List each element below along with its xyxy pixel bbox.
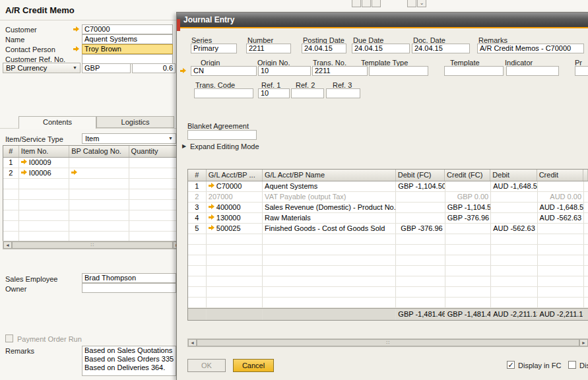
link-arrow-icon[interactable] bbox=[73, 46, 80, 52]
scroll-thumb[interactable]: ∷ bbox=[197, 339, 579, 346]
name-field[interactable]: Aquent Systems bbox=[82, 34, 173, 44]
blanket-agreement-field[interactable] bbox=[187, 130, 257, 140]
project-field[interactable] bbox=[575, 66, 588, 76]
col-num[interactable]: # bbox=[188, 170, 207, 181]
account-cell[interactable]: 130000 bbox=[207, 213, 263, 223]
col-account[interactable]: G/L Acct/BP ... bbox=[207, 170, 263, 181]
credit-fc-cell[interactable] bbox=[445, 224, 491, 234]
credit-fc-cell[interactable] bbox=[445, 181, 491, 191]
link-arrow-icon[interactable] bbox=[209, 204, 215, 210]
scroll-thumb[interactable]: ∷ bbox=[12, 241, 173, 249]
tab-contents[interactable]: Contents bbox=[18, 116, 96, 129]
account-name-cell[interactable]: Raw Materials bbox=[263, 213, 396, 223]
debit-cell[interactable]: AUD -562.63 bbox=[491, 224, 537, 234]
owner-field[interactable] bbox=[82, 283, 176, 293]
sales-employee-field[interactable]: Brad Thompson bbox=[82, 273, 176, 283]
debit-fc-cell[interactable] bbox=[396, 213, 445, 223]
link-arrow-icon[interactable] bbox=[209, 214, 215, 220]
template-type-field[interactable] bbox=[369, 66, 428, 76]
item-no-cell[interactable]: I00006 bbox=[19, 168, 69, 178]
window-control-button[interactable] bbox=[352, 0, 361, 7]
expand-triangle-icon[interactable]: ▶ bbox=[182, 143, 186, 149]
origin-field[interactable]: CN bbox=[191, 66, 257, 76]
debit-fc-cell[interactable]: GBP -1,104.50 bbox=[396, 181, 445, 191]
journal-h-scrollbar[interactable]: ◄ ∷ ► bbox=[187, 338, 588, 347]
number-field[interactable]: 2211 bbox=[246, 44, 291, 53]
due-date-field[interactable]: 24.04.15 bbox=[352, 44, 410, 53]
dialog-title-bar[interactable]: Journal Entry bbox=[177, 13, 588, 27]
quantity-cell[interactable] bbox=[129, 168, 181, 178]
credit-cell[interactable]: AUD 0.00 bbox=[538, 192, 584, 202]
credit-cell[interactable] bbox=[538, 181, 584, 191]
template-field[interactable] bbox=[444, 66, 504, 76]
col-credit[interactable]: Credit bbox=[537, 170, 583, 181]
item-no-cell[interactable]: I00009 bbox=[19, 158, 69, 168]
debit-cell[interactable]: AUD -1,648.50 bbox=[491, 181, 537, 191]
grid-row[interactable]: 2 I00006 bbox=[3, 168, 181, 179]
account-cell[interactable]: C70000 bbox=[207, 181, 263, 191]
col-debit[interactable]: Debit bbox=[490, 170, 537, 181]
bp-currency-select[interactable]: BP Currency ▼ bbox=[3, 63, 81, 73]
col-credit-fc[interactable]: Credit (FC) bbox=[445, 170, 490, 181]
credit-fc-cell[interactable]: GBP -1,104.50 bbox=[445, 203, 491, 212]
scroll-left-button[interactable]: ◄ bbox=[188, 339, 197, 346]
credit-cell[interactable]: AUD -1,648.50 bbox=[538, 203, 584, 212]
window-control-dropdown[interactable]: ⌄ bbox=[417, 0, 426, 7]
je-remarks-field[interactable]: A/R Credit Memos - C70000 bbox=[477, 44, 584, 53]
window-control-button[interactable] bbox=[407, 0, 416, 7]
expand-editing-mode[interactable]: Expand Editing Mode bbox=[190, 142, 259, 150]
link-arrow-icon[interactable] bbox=[71, 170, 78, 175]
col-account-name[interactable]: G/L Acct/BP Name bbox=[263, 170, 396, 181]
credit-cell[interactable]: AUD -562.63 bbox=[538, 213, 584, 223]
doc-date-field[interactable]: 24.04.15 bbox=[412, 44, 470, 53]
window-control-button[interactable] bbox=[372, 0, 381, 7]
item-service-type-select[interactable]: Item ▼ bbox=[82, 133, 176, 144]
bp-catalog-cell[interactable] bbox=[69, 168, 129, 178]
series-field[interactable]: Primary bbox=[191, 44, 237, 53]
debit-fc-cell[interactable]: GBP -376.96 bbox=[396, 224, 445, 234]
bp-catalog-cell[interactable] bbox=[69, 158, 129, 168]
account-name-cell[interactable]: Aquent Systems bbox=[263, 181, 396, 191]
scroll-left-button[interactable]: ◄ bbox=[3, 241, 12, 249]
trans-no-field[interactable]: 2211 bbox=[312, 66, 368, 76]
credit-fc-cell[interactable]: GBP 0.00 bbox=[445, 192, 491, 202]
debit-fc-cell[interactable] bbox=[396, 192, 445, 202]
col-num[interactable]: # bbox=[3, 146, 19, 157]
col-item-no[interactable]: Item No. bbox=[19, 146, 69, 157]
contact-person-field[interactable]: Troy Brown bbox=[82, 44, 173, 54]
customer-field[interactable]: C70000 bbox=[82, 24, 173, 34]
col-quantity[interactable]: Quantity bbox=[129, 146, 181, 157]
col-bp-catalog[interactable]: BP Catalog No. bbox=[69, 146, 129, 157]
ref2-field[interactable] bbox=[291, 88, 324, 98]
window-control-button[interactable] bbox=[362, 0, 371, 7]
journal-row[interactable]: 5 500025 Finished Goods - Cost of Goods … bbox=[188, 224, 588, 234]
journal-row[interactable]: 3 400000 Sales Revenue (Domestic) - Prod… bbox=[188, 203, 588, 213]
ref3-field[interactable] bbox=[326, 88, 360, 98]
origin-no-field[interactable]: 10 bbox=[258, 66, 311, 76]
cancel-button[interactable]: Cancel bbox=[233, 359, 274, 372]
remarks-field[interactable]: Based on Sales Quotations 33. Based on S… bbox=[82, 346, 176, 376]
debit-fc-cell[interactable] bbox=[396, 203, 445, 212]
currency-field[interactable]: GBP bbox=[82, 63, 131, 73]
credit-cell[interactable] bbox=[538, 224, 584, 234]
account-cell[interactable]: 500025 bbox=[207, 224, 263, 234]
link-arrow-icon[interactable] bbox=[209, 183, 215, 189]
account-cell[interactable]: 400000 bbox=[207, 203, 263, 212]
journal-row[interactable]: 2 207000 VAT Payable (output Tax) GBP 0.… bbox=[188, 192, 588, 203]
debit-cell[interactable] bbox=[491, 192, 537, 202]
items-grid-h-scrollbar[interactable]: ◄ ∷ ► bbox=[3, 241, 182, 249]
journal-row[interactable]: 1 C70000 Aquent Systems GBP -1,104.50 AU… bbox=[188, 181, 588, 192]
trans-code-field[interactable] bbox=[194, 88, 253, 98]
link-arrow-icon[interactable] bbox=[180, 68, 187, 74]
credit-fc-cell[interactable]: GBP -376.96 bbox=[445, 213, 491, 223]
ref1-field[interactable]: 10 bbox=[258, 88, 290, 98]
link-arrow-icon[interactable] bbox=[21, 170, 28, 175]
display-in-fc-checkbox[interactable]: ✓ bbox=[507, 361, 515, 369]
posting-date-field[interactable]: 24.04.15 bbox=[302, 44, 346, 53]
ok-button[interactable]: OK bbox=[187, 359, 226, 372]
quantity-cell[interactable] bbox=[129, 158, 181, 168]
debit-cell[interactable] bbox=[491, 213, 537, 223]
account-name-cell[interactable]: VAT Payable (output Tax) bbox=[263, 192, 396, 202]
customer-ref-field[interactable] bbox=[82, 54, 173, 64]
account-cell[interactable]: 207000 bbox=[207, 192, 263, 202]
